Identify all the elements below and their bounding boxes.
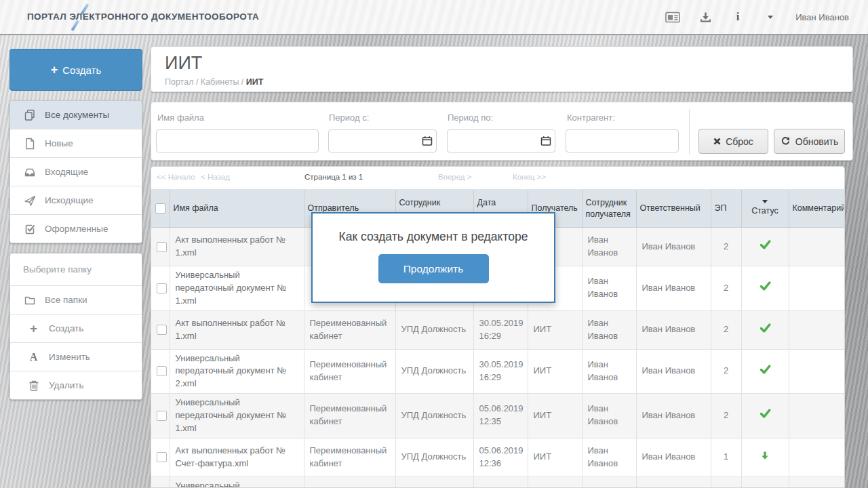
table-row[interactable]: Универсальный передаточный документ № 12…	[151, 476, 844, 488]
cell-comment	[789, 310, 844, 349]
cell-receiver: ИИТ	[528, 310, 582, 349]
table-row[interactable]: Акт выполненных работ № Счет-фактура.xml…	[151, 438, 844, 476]
contractor-input[interactable]	[566, 129, 679, 152]
news-icon[interactable]	[665, 11, 680, 23]
period-from-input[interactable]	[328, 129, 437, 152]
cell-sender-employee: УПД Должность	[395, 438, 473, 476]
cell-ep: 2	[711, 310, 741, 349]
plus-icon: +	[51, 64, 58, 76]
sidebar-item-outbox[interactable]: Исходящие	[10, 186, 142, 215]
col-header-receiver-employee[interactable]: Сотрудник получателя	[582, 190, 636, 228]
cell-responsible: Иван Иванов	[636, 394, 711, 439]
sort-caret-icon	[762, 200, 768, 203]
cell-status	[741, 438, 789, 476]
create-document-button[interactable]: + Создать	[9, 49, 142, 91]
cell-file: Универсальный передаточный документ № 1.…	[170, 394, 304, 439]
cell-receiver: ИИТ	[528, 476, 582, 488]
pagination-prev[interactable]: < Назад	[201, 173, 230, 181]
cell-ep: 2	[711, 228, 741, 266]
sidebar-item-completed[interactable]: Оформленные	[10, 215, 142, 243]
reset-button[interactable]: Сброс	[698, 129, 768, 154]
row-checkbox[interactable]	[157, 366, 167, 376]
app-logo: ПОРТАЛ ЭЛЕКТРОННОГО ДОКУМЕНТООБОРОТА	[27, 12, 259, 22]
cell-sender: Переименованный кабинет	[304, 394, 395, 439]
cell-receiver-employee: Иван Иванов	[582, 438, 636, 476]
file-name-label: Имя файла	[157, 113, 204, 123]
document-menu: Все документы Новые Входящие Исходящие О…	[9, 100, 142, 243]
cell-sender: Переименованный кабинет	[304, 310, 395, 349]
sidebar-item-all-folders[interactable]: Все папки	[10, 286, 142, 314]
cell-status	[741, 349, 789, 394]
cell-file: Акт выполненных работ № 1.xml	[170, 228, 304, 266]
sidebar-item-inbox[interactable]: Входящие	[10, 158, 142, 186]
cell-status	[741, 228, 789, 266]
breadcrumb: Портал / Кабинеты / ИИТ	[165, 77, 839, 87]
col-header-responsible[interactable]: Ответственный	[636, 190, 711, 228]
table-row[interactable]: Акт выполненных работ № 1.xml Переименов…	[151, 310, 844, 349]
user-name[interactable]: Иван Иванов	[795, 12, 849, 22]
cell-file: Универсальный передаточный документ № 2.…	[170, 349, 304, 394]
calendar-icon[interactable]	[422, 136, 433, 146]
refresh-icon	[781, 136, 791, 146]
cell-comment: Пример комментария	[789, 476, 844, 488]
cell-ep: 2	[711, 349, 741, 394]
sidebar-item-all-documents[interactable]: Все документы	[10, 101, 142, 129]
sidebar-item-folder-delete[interactable]: Удалить	[10, 371, 142, 399]
row-checkbox[interactable]	[157, 411, 167, 421]
info-icon[interactable]: i	[730, 11, 745, 23]
continue-button[interactable]: Продолжить	[378, 254, 489, 283]
pagination-last[interactable]: Конец >>	[513, 173, 546, 181]
cell-ep: 1	[711, 438, 741, 476]
download-icon[interactable]	[698, 11, 713, 23]
col-header-status[interactable]: Статус	[741, 190, 789, 228]
file-name-input[interactable]	[156, 129, 319, 152]
cell-sender-employee: УПД Должность	[395, 394, 473, 439]
sidebar: + Создать Все документы Новые Входящие	[9, 49, 142, 400]
sidebar-item-new[interactable]: Новые	[10, 129, 142, 158]
filter-panel: Имя файла Период с: Период по: Контраген…	[151, 102, 853, 161]
row-checkbox[interactable]	[157, 283, 167, 293]
divider	[689, 109, 690, 155]
period-from-label: Период с:	[329, 113, 369, 123]
select-all-checkbox[interactable]	[155, 203, 165, 214]
table-row[interactable]: Универсальный передаточный документ № 1.…	[151, 394, 844, 439]
cell-responsible: Иван Иванов	[636, 349, 711, 394]
calendar-icon[interactable]	[540, 136, 551, 146]
cell-receiver-employee: Иван Иванов	[582, 228, 636, 266]
breadcrumb-prefix[interactable]: Портал / Кабинеты /	[165, 77, 243, 87]
letter-a-icon: A	[27, 350, 40, 363]
down-arrow-icon	[760, 450, 770, 465]
user-caret-down-icon[interactable]	[763, 11, 778, 23]
period-to-input[interactable]	[447, 129, 555, 152]
folder-panel: Выберите папку Все папки + Создать A Изм…	[9, 253, 142, 400]
top-bar: ПОРТАЛ ЭЛЕКТРОННОГО ДОКУМЕНТООБОРОТА i И…	[0, 0, 868, 35]
cell-date: 30.05.201916:29	[473, 310, 528, 349]
contractor-label: Контрагент:	[567, 113, 615, 123]
inbox-icon	[23, 165, 36, 178]
col-header-ep[interactable]: ЭП	[711, 190, 741, 228]
check-icon	[760, 239, 771, 254]
file-icon	[23, 137, 36, 150]
row-checkbox[interactable]	[157, 242, 167, 252]
cell-comment	[789, 349, 844, 394]
cell-sender-employee: УПД Должность	[395, 310, 473, 349]
pagination-first[interactable]: << Начало	[157, 173, 195, 181]
cell-file: Универсальный передаточный документ № 12…	[170, 476, 304, 488]
send-icon	[23, 194, 36, 207]
sidebar-item-folder-rename[interactable]: A Изменить	[10, 343, 142, 371]
cell-responsible: Иван Иванов	[636, 438, 711, 476]
cell-date: 30.05.201916:29	[473, 349, 528, 394]
cell-file: Универсальный передаточный документ № 1.…	[170, 266, 304, 311]
row-checkbox[interactable]	[157, 452, 167, 462]
refresh-button[interactable]: Обновить	[774, 129, 845, 154]
col-header-file[interactable]: Имя файла	[170, 190, 304, 228]
sidebar-item-folder-create[interactable]: + Создать	[10, 314, 142, 343]
check-icon	[760, 408, 771, 423]
pagination-next[interactable]: Вперед >	[438, 173, 471, 181]
row-checkbox[interactable]	[157, 325, 167, 335]
col-header-comment[interactable]: Комментарий	[789, 190, 844, 228]
table-row[interactable]: Универсальный передаточный документ № 2.…	[151, 349, 844, 394]
cell-receiver-employee: Иван Иванов	[582, 349, 636, 394]
cell-sender-employee: Иван Иванов	[395, 476, 473, 488]
cell-receiver-employee: Иван Иванов	[582, 310, 636, 349]
